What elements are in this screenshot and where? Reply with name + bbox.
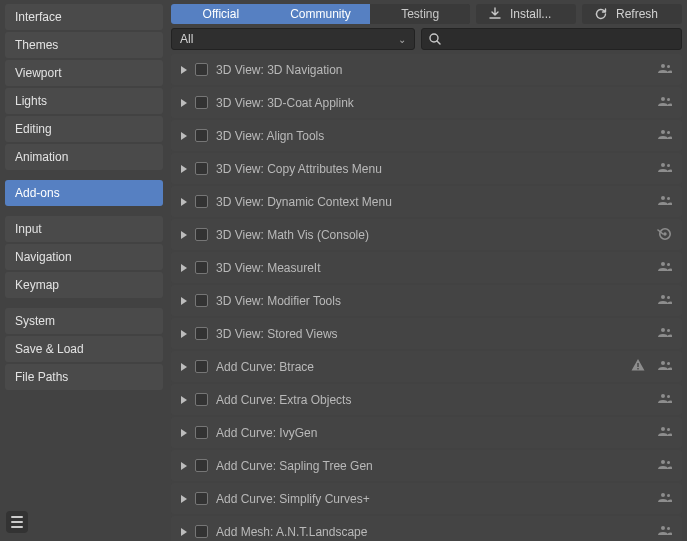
disclosure-triangle[interactable] (181, 396, 187, 404)
addon-badges (656, 489, 672, 508)
enable-checkbox[interactable] (195, 63, 208, 76)
addons-toolbar: OfficialCommunityTesting Install... Refr… (171, 4, 682, 24)
enable-checkbox[interactable] (195, 327, 208, 340)
enable-checkbox[interactable] (195, 162, 208, 175)
sidebar-item-keymap[interactable]: Keymap (5, 272, 163, 298)
addon-name: 3D View: Dynamic Context Menu (216, 195, 648, 209)
sidebar-item-viewport[interactable]: Viewport (5, 60, 163, 86)
addon-badges (656, 93, 672, 112)
blender-icon (656, 225, 672, 244)
install-button[interactable]: Install... (476, 4, 576, 24)
disclosure-triangle[interactable] (181, 198, 187, 206)
category-dropdown[interactable]: All ⌄ (171, 28, 415, 50)
addon-name: Add Curve: IvyGen (216, 426, 648, 440)
disclosure-triangle[interactable] (181, 264, 187, 272)
enable-checkbox[interactable] (195, 492, 208, 505)
community-icon (656, 489, 672, 508)
addon-name: 3D View: Align Tools (216, 129, 648, 143)
addons-filter-row: All ⌄ (171, 28, 682, 50)
enable-checkbox[interactable] (195, 426, 208, 439)
disclosure-triangle[interactable] (181, 99, 187, 107)
enable-checkbox[interactable] (195, 129, 208, 142)
disclosure-triangle[interactable] (181, 363, 187, 371)
download-icon (488, 7, 502, 21)
enable-checkbox[interactable] (195, 360, 208, 373)
enable-checkbox[interactable] (195, 96, 208, 109)
disclosure-triangle[interactable] (181, 297, 187, 305)
enable-checkbox[interactable] (195, 393, 208, 406)
addon-row: 3D View: 3D Navigation (171, 54, 682, 85)
disclosure-triangle[interactable] (181, 528, 187, 536)
community-icon (656, 60, 672, 79)
disclosure-triangle[interactable] (181, 330, 187, 338)
addon-badges (656, 60, 672, 79)
community-icon (656, 522, 672, 541)
addon-badges (656, 456, 672, 475)
sidebar-item-interface[interactable]: Interface (5, 4, 163, 30)
disclosure-triangle[interactable] (181, 231, 187, 239)
addon-row: Add Curve: IvyGen (171, 417, 682, 448)
hamburger-menu[interactable] (6, 511, 28, 533)
community-icon (656, 357, 672, 376)
sidebar-item-editing[interactable]: Editing (5, 116, 163, 142)
tab-official[interactable]: Official (171, 4, 271, 24)
disclosure-triangle[interactable] (181, 429, 187, 437)
community-icon (656, 192, 672, 211)
community-icon (656, 456, 672, 475)
addon-badges (656, 192, 672, 211)
sidebar-item-themes[interactable]: Themes (5, 32, 163, 58)
enable-checkbox[interactable] (195, 525, 208, 538)
sidebar-item-animation[interactable]: Animation (5, 144, 163, 170)
addons-panel: OfficialCommunityTesting Install... Refr… (168, 0, 687, 541)
support-level-tabs: OfficialCommunityTesting (171, 4, 470, 24)
addon-name: Add Curve: Btrace (216, 360, 622, 374)
disclosure-triangle[interactable] (181, 165, 187, 173)
community-icon (656, 423, 672, 442)
addon-badges (630, 357, 672, 376)
addon-row: 3D View: Stored Views (171, 318, 682, 349)
search-input[interactable] (442, 29, 675, 49)
enable-checkbox[interactable] (195, 261, 208, 274)
disclosure-triangle[interactable] (181, 462, 187, 470)
addon-row: Add Curve: Simplify Curves+ (171, 483, 682, 514)
tab-testing[interactable]: Testing (370, 4, 470, 24)
sidebar-item-add-ons[interactable]: Add-ons (5, 180, 163, 206)
tab-community[interactable]: Community (271, 4, 371, 24)
refresh-button[interactable]: Refresh (582, 4, 682, 24)
refresh-label: Refresh (616, 7, 658, 21)
community-icon (656, 93, 672, 112)
enable-checkbox[interactable] (195, 294, 208, 307)
addon-name: Add Mesh: A.N.T.Landscape (216, 525, 648, 539)
disclosure-triangle[interactable] (181, 132, 187, 140)
community-icon (656, 159, 672, 178)
search-field[interactable] (421, 28, 682, 50)
sidebar-item-navigation[interactable]: Navigation (5, 244, 163, 270)
addon-name: Add Curve: Simplify Curves+ (216, 492, 648, 506)
disclosure-triangle[interactable] (181, 495, 187, 503)
svg-rect-3 (637, 363, 638, 367)
addon-row: Add Curve: Btrace (171, 351, 682, 382)
addon-badges (656, 126, 672, 145)
warning-icon (630, 357, 646, 376)
sidebar-item-input[interactable]: Input (5, 216, 163, 242)
community-icon (656, 291, 672, 310)
install-label: Install... (510, 7, 551, 21)
sidebar-item-file-paths[interactable]: File Paths (5, 364, 163, 390)
addon-name: 3D View: 3D-Coat Applink (216, 96, 648, 110)
sidebar-item-lights[interactable]: Lights (5, 88, 163, 114)
svg-rect-4 (637, 368, 638, 369)
addon-badges (656, 225, 672, 244)
enable-checkbox[interactable] (195, 195, 208, 208)
disclosure-triangle[interactable] (181, 66, 187, 74)
addon-badges (656, 423, 672, 442)
addon-row: 3D View: Dynamic Context Menu (171, 186, 682, 217)
svg-point-2 (663, 232, 666, 235)
addon-badges (656, 522, 672, 541)
sidebar-item-system[interactable]: System (5, 308, 163, 334)
addon-name: 3D View: MeasureIt (216, 261, 648, 275)
search-icon (428, 32, 442, 46)
enable-checkbox[interactable] (195, 228, 208, 241)
enable-checkbox[interactable] (195, 459, 208, 472)
community-icon (656, 324, 672, 343)
sidebar-item-save-load[interactable]: Save & Load (5, 336, 163, 362)
